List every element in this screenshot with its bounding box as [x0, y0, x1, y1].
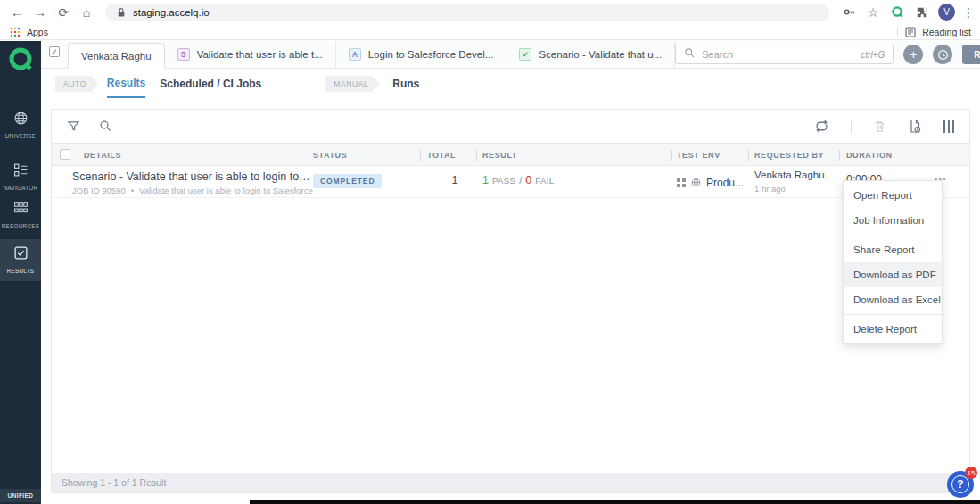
global-search[interactable]: ctrl+G: [675, 45, 894, 64]
address-bar[interactable]: staging.accelq.io: [105, 4, 829, 21]
result-subtitle: JOB ID 90590 • Validate that user is abl…: [72, 186, 313, 195]
accelq-logo[interactable]: [0, 46, 41, 73]
bullet-separator: •: [131, 186, 134, 195]
result-slash: /: [519, 175, 522, 186]
refresh-icon[interactable]: [814, 119, 829, 134]
result-title-link[interactable]: Scenario - Validate that user is able to…: [72, 170, 311, 183]
col-details[interactable]: DETAILS: [84, 151, 121, 160]
pass-label: PASS: [492, 176, 515, 186]
extensions-puzzle-icon[interactable]: [913, 4, 931, 21]
sidebar-label: RESOURCES: [2, 223, 40, 229]
sidebar-item-navigator[interactable]: NAVIGATOR: [0, 162, 41, 191]
apps-grid-icon[interactable]: [9, 26, 21, 37]
app-window: UNIVERSE NAVIGATOR RESOURCES RESULTS UNI…: [0, 41, 980, 504]
results-checkbox-icon: [13, 245, 29, 264]
create-new-button[interactable]: +: [903, 45, 923, 64]
globe-icon: [13, 111, 29, 129]
table-search-icon[interactable]: [99, 120, 112, 133]
columns-icon[interactable]: [943, 120, 954, 133]
col-result[interactable]: RESULT: [482, 151, 517, 160]
col-requested-by[interactable]: REQUESTED BY: [754, 151, 824, 160]
delete-icon[interactable]: [873, 120, 886, 134]
left-sidebar: UNIVERSE NAVIGATOR RESOURCES RESULTS UNI…: [0, 41, 41, 504]
col-test-env[interactable]: TEST ENV: [677, 151, 721, 160]
table-toolbar: [52, 110, 969, 143]
action-a-icon: A: [349, 48, 361, 61]
menu-download-pdf[interactable]: Download as PDF: [844, 262, 942, 287]
export-report-icon[interactable]: [908, 119, 922, 134]
row-context-menu: Open Report Job Information Share Report…: [843, 180, 943, 344]
tab-validate-user[interactable]: S Validate that user is able t...: [165, 41, 336, 68]
col-total[interactable]: TOTAL: [427, 151, 456, 160]
browser-menu-icon[interactable]: ⋮: [962, 5, 971, 20]
run-button[interactable]: RUN ▾: [962, 45, 980, 64]
lock-icon: [116, 4, 127, 21]
reload-icon[interactable]: ⟳: [55, 5, 71, 20]
topbar-actions: ctrl+G + RUN ▾ VR: [675, 41, 980, 68]
filter-icon[interactable]: [67, 120, 80, 133]
results-table-card: DETAILS STATUS TOTAL RESULT TEST ENV REQ…: [51, 109, 970, 493]
bottom-black-strip: [250, 500, 980, 504]
sidebar-item-resources[interactable]: RESOURCES: [0, 201, 41, 229]
env-grid-icon: [677, 175, 686, 191]
col-status[interactable]: STATUS: [313, 151, 347, 160]
fail-count: 0: [525, 174, 531, 186]
result-cell: 1 PASS / 0 FAIL: [482, 174, 554, 186]
pass-count: 1: [482, 174, 489, 186]
env-name: Produ...: [706, 177, 744, 189]
history-clock-button[interactable]: [933, 45, 952, 64]
tab-venkata-raghu[interactable]: ✓ Venkata Raghu: [68, 43, 165, 69]
result-row[interactable]: Scenario - Validate that user is able to…: [52, 166, 969, 198]
back-icon[interactable]: ←: [9, 5, 25, 20]
tab-results[interactable]: Results: [107, 70, 145, 98]
tab-scheduled-ci-jobs[interactable]: Scheduled / CI Jobs: [160, 78, 261, 90]
search-shortcut: ctrl+G: [861, 50, 885, 60]
menu-download-excel[interactable]: Download as Excel: [844, 287, 942, 312]
results-content: DETAILS STATUS TOTAL RESULT TEST ENV REQ…: [41, 98, 980, 504]
reading-list-label[interactable]: Reading list: [922, 27, 971, 37]
menu-job-information[interactable]: Job Information: [844, 208, 942, 233]
tab-login-salesforce[interactable]: A Login to Salesforce Devel...: [336, 41, 507, 68]
col-duration[interactable]: DURATION: [846, 151, 893, 160]
notification-badge: 15: [965, 467, 977, 479]
tab-label: Scenario - Validate that u...: [539, 49, 662, 60]
manual-badge: MANUAL: [325, 76, 380, 92]
sidebar-footer-label: UNIFIED: [0, 489, 41, 502]
reading-list-icon: [904, 26, 916, 37]
toolbar-divider: [851, 120, 852, 134]
home-icon[interactable]: ⌂: [78, 5, 95, 20]
bookmarks-divider: [897, 27, 898, 37]
check-tab-icon: ✓: [519, 48, 531, 61]
sidebar-label: NAVIGATOR: [4, 185, 38, 191]
sidebar-item-results[interactable]: RESULTS: [0, 239, 41, 281]
search-icon: [684, 46, 696, 62]
browser-profile-avatar[interactable]: V: [938, 4, 955, 21]
sidebar-label: UNIVERSE: [5, 133, 37, 139]
env-globe-icon: [691, 175, 701, 191]
menu-delete-report[interactable]: Delete Report: [844, 317, 942, 342]
forward-icon[interactable]: →: [32, 5, 48, 20]
menu-open-report[interactable]: Open Report: [844, 183, 942, 208]
menu-divider: [844, 235, 942, 235]
menu-divider: [844, 314, 942, 315]
sidebar-item-universe[interactable]: UNIVERSE: [0, 111, 41, 139]
table-empty-area: [52, 198, 969, 473]
search-input[interactable]: [702, 49, 854, 60]
accelq-extension-icon[interactable]: [888, 4, 906, 21]
bookmarks-bar: Apps Reading list: [0, 24, 980, 40]
apps-label[interactable]: Apps: [27, 27, 48, 37]
help-button[interactable]: ? 15: [947, 471, 974, 498]
checkbox-tab-icon: ✓: [49, 46, 60, 57]
bookmark-star-icon[interactable]: ☆: [865, 5, 881, 20]
url-text: staging.accelq.io: [133, 7, 210, 18]
requested-by-name: Venkata Raghu: [754, 169, 825, 180]
select-all-checkbox[interactable]: [60, 149, 70, 160]
menu-share-report[interactable]: Share Report: [844, 237, 942, 262]
tab-scenario-validate[interactable]: ✓ Scenario - Validate that u...: [506, 41, 675, 68]
results-subnav: AUTO Results Scheduled / CI Jobs MANUAL …: [41, 70, 980, 98]
tab-runs[interactable]: Runs: [392, 78, 419, 90]
requested-time: 1 hr ago: [754, 184, 786, 194]
fail-label: FAIL: [535, 176, 554, 186]
password-key-icon[interactable]: [840, 4, 858, 21]
tab-label: Venkata Raghu: [81, 51, 152, 62]
